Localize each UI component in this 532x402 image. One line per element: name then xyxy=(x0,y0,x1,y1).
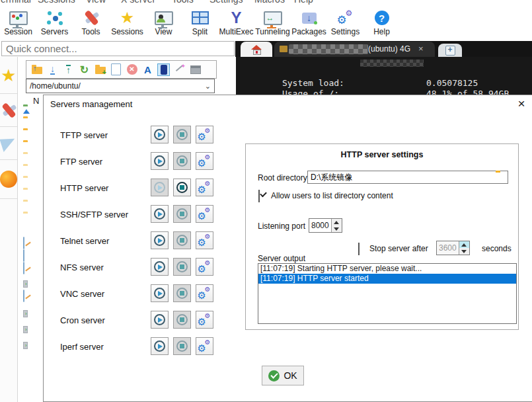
settings-button[interactable]: ⚙⚙ xyxy=(196,179,213,196)
menu-sessions[interactable]: Sessions xyxy=(38,0,75,5)
output-line[interactable]: [11:07:19] Starting HTTP server, please … xyxy=(258,264,516,274)
stop-button[interactable] xyxy=(173,126,191,143)
script-file-item[interactable]: › xyxy=(23,306,28,318)
server-row-ftp: FTP server ⚙⚙ xyxy=(44,152,242,171)
settings-button[interactable]: ⚙⚙ xyxy=(196,126,213,143)
allow-list-checkbox[interactable] xyxy=(258,190,260,202)
start-button[interactable] xyxy=(151,231,169,249)
sessions-star-icon: ★ xyxy=(120,9,135,27)
stop-button[interactable] xyxy=(173,231,191,249)
help-button[interactable]: ? Help xyxy=(363,8,400,40)
menubar: Terminal Sessions View X server Tools Se… xyxy=(0,0,532,8)
settings-button[interactable]: ⚙⚙ xyxy=(196,231,213,249)
script-file-item[interactable]: › xyxy=(23,322,28,334)
menu-help[interactable]: Help xyxy=(294,0,313,5)
settings-gears-icon: ⚙⚙ xyxy=(337,9,354,27)
menu-view[interactable]: View xyxy=(86,0,106,5)
spin-down-icon[interactable] xyxy=(459,248,469,255)
tunneling-button[interactable]: ↔ Tunneling xyxy=(254,8,291,40)
settings-button[interactable]: ⚙⚙ xyxy=(196,284,213,302)
download-icon[interactable]: ↓ xyxy=(46,63,59,76)
refresh-icon[interactable]: ↻ xyxy=(78,63,91,76)
file-item[interactable] xyxy=(23,237,24,249)
sessions-star-icon: ★ xyxy=(1,67,16,83)
sidebar-macros-tab[interactable] xyxy=(0,127,17,160)
spin-up-icon[interactable] xyxy=(332,219,342,225)
multiexec-button[interactable]: Y MultiExec xyxy=(218,8,254,40)
stop-after-stepper[interactable]: 3600 xyxy=(436,241,470,255)
servers-button[interactable]: Servers xyxy=(36,8,73,40)
delete-icon[interactable]: ✕ xyxy=(126,63,138,76)
stop-button[interactable] xyxy=(173,205,191,223)
session-button[interactable]: Session xyxy=(0,8,36,40)
censored-session-name xyxy=(289,44,368,54)
terminal-icon[interactable] xyxy=(189,63,202,76)
settings-button[interactable]: ⚙⚙ xyxy=(196,337,213,355)
start-button[interactable] xyxy=(151,311,169,329)
quick-connect-input[interactable] xyxy=(1,41,235,56)
stop-button[interactable] xyxy=(173,311,191,329)
new-tab-button[interactable]: + xyxy=(438,44,462,57)
settings-button[interactable]: ⚙⚙ xyxy=(196,152,213,170)
stop-button[interactable] xyxy=(173,284,191,302)
stop-button[interactable] xyxy=(173,152,191,170)
active-session-tab[interactable]: (ubuntu) 4G × xyxy=(274,42,435,57)
spin-up-icon[interactable] xyxy=(459,241,469,248)
new-folder-icon[interactable]: + xyxy=(94,63,106,76)
http-server-settings-group: HTTP server settings Root directory Allo… xyxy=(245,143,519,330)
sessions-button[interactable]: ★ Sessions xyxy=(109,8,145,40)
start-button-disabled[interactable] xyxy=(151,179,169,196)
server-output-list[interactable]: [11:07:19] Starting HTTP server, please … xyxy=(258,263,517,324)
spin-down-icon[interactable] xyxy=(332,225,342,232)
tab-close-icon[interactable]: × xyxy=(418,44,424,54)
dialog-close-icon[interactable]: × xyxy=(514,97,529,111)
start-button[interactable] xyxy=(151,126,169,143)
menu-tools[interactable]: Tools xyxy=(172,0,194,5)
file-item[interactable] xyxy=(23,250,24,262)
sidebar-network-tab[interactable] xyxy=(0,160,17,199)
home-tab[interactable] xyxy=(241,42,272,57)
start-button[interactable] xyxy=(151,337,169,355)
settings-button[interactable]: ⚙⚙ xyxy=(196,258,213,276)
path-dropdown[interactable]: /home/ubuntu/ ⌄ xyxy=(26,79,215,93)
menu-macros[interactable]: Macros xyxy=(254,0,285,5)
start-button[interactable] xyxy=(151,258,169,276)
parent-folder-icon[interactable]: ↑ xyxy=(30,63,43,76)
stop-button[interactable] xyxy=(173,258,191,276)
start-button[interactable] xyxy=(151,152,169,170)
packages-button[interactable]: ↓ Packages xyxy=(291,8,327,40)
file-item[interactable] xyxy=(23,290,24,302)
new-file-icon[interactable] xyxy=(110,63,122,76)
file-item[interactable] xyxy=(23,262,24,274)
menu-terminal[interactable]: Terminal xyxy=(0,0,31,5)
terminal-output[interactable]: System load:0.05078125 Usage of /:48.1% … xyxy=(236,57,532,95)
start-button[interactable] xyxy=(151,205,169,223)
menu-xserver[interactable]: X server xyxy=(121,0,155,5)
font-icon[interactable]: A xyxy=(141,63,154,76)
stop-after-unit: seconds xyxy=(482,244,512,253)
stop-button[interactable] xyxy=(173,179,191,196)
tools-button[interactable]: Tools xyxy=(73,8,109,40)
settings-button[interactable]: ⚙⚙ xyxy=(196,311,213,329)
sidebar-tools-tab[interactable] xyxy=(0,94,17,127)
upload-icon[interactable]: ↑ xyxy=(62,63,75,76)
stop-button[interactable] xyxy=(173,337,191,355)
view-button[interactable]: View xyxy=(145,8,182,40)
menu-settings[interactable]: Settings xyxy=(209,0,243,5)
split-button[interactable]: Split xyxy=(182,8,218,40)
output-line-selected[interactable]: [11:07:19] HTTP server started xyxy=(258,274,516,284)
sidebar-sessions-tab[interactable]: ★ xyxy=(0,57,17,94)
script-file-item[interactable]: › xyxy=(23,276,28,288)
ok-button[interactable]: OK xyxy=(262,366,304,385)
start-button[interactable] xyxy=(151,284,169,302)
settings-button[interactable]: ⚙⚙ Settings xyxy=(327,8,363,40)
script-file-item[interactable]: › xyxy=(23,338,28,350)
root-directory-input[interactable] xyxy=(307,171,508,184)
wand-icon[interactable]: ✦ xyxy=(173,63,186,76)
mobaxterm-window: Terminal Sessions View X server Tools Se… xyxy=(0,0,532,402)
tools-knife-icon xyxy=(1,102,17,119)
settings-button[interactable]: ⚙⚙ xyxy=(196,205,213,223)
stop-after-checkbox[interactable] xyxy=(358,243,360,255)
remote-monitoring-icon[interactable] xyxy=(157,63,170,76)
listening-port-stepper[interactable]: 8000 xyxy=(309,218,342,233)
